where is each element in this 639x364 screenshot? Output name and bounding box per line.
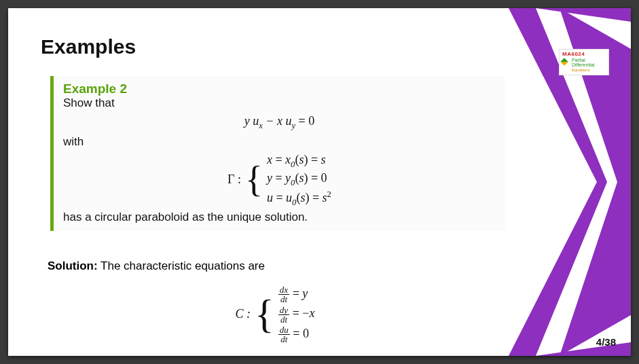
gamma-line2: y = y0(s) = 0 (267, 170, 331, 189)
char-line2: dydt = −x (278, 304, 315, 323)
conclusion: has a circular paraboloid as the unique … (63, 211, 496, 224)
slide-title: Examples (41, 35, 136, 58)
course-badge: MA6024 Partial Differential Equations (559, 49, 609, 75)
badge-line3: Equations (572, 68, 606, 73)
course-code: MA6024 (562, 52, 606, 58)
example-heading: Example 2 (63, 81, 496, 96)
char-symbol: C : (236, 307, 251, 321)
solution-label: Solution: (48, 259, 98, 272)
gamma-line1: x = x0(s) = s (267, 151, 331, 170)
with-label: with (63, 135, 496, 149)
badge-diamond-icon (560, 58, 568, 65)
char-line1: dxdt = y (278, 284, 315, 304)
badge-line2: Differential (572, 62, 606, 68)
solution-rest: The characteristic equations are (98, 259, 265, 272)
pde-equation: y ux − x uy = 0 (63, 114, 496, 131)
badge-line1: Partial (572, 58, 606, 63)
example-box: Example 2 Show that y ux − x uy = 0 with… (50, 76, 505, 231)
char-line3: dudt = 0 (278, 324, 315, 344)
gamma-line3: u = u0(s) = s2 (267, 189, 331, 208)
page-number: 4/38 (596, 336, 616, 348)
show-that: Show that (63, 96, 496, 110)
gamma-symbol: Γ : (227, 172, 241, 187)
characteristic-equations: C : { dxdt = y dydt = −x dudt = 0 (48, 281, 503, 346)
gamma-initial-conditions: Γ : { x = x0(s) = s y = y0(s) = 0 u = u0… (63, 151, 496, 208)
solution-sentence: Solution: The characteristic equations a… (48, 259, 265, 273)
slide: MA6024 Partial Differential Equations Ex… (8, 8, 631, 356)
